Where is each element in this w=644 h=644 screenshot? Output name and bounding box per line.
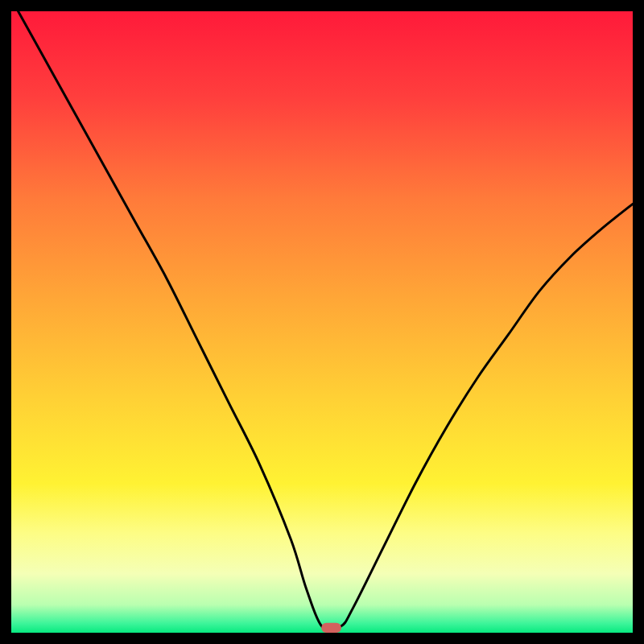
bottleneck-chart (11, 11, 633, 633)
optimal-marker (321, 623, 341, 633)
gradient-background (11, 11, 633, 633)
chart-frame: TheBottleneck.com (11, 11, 633, 633)
